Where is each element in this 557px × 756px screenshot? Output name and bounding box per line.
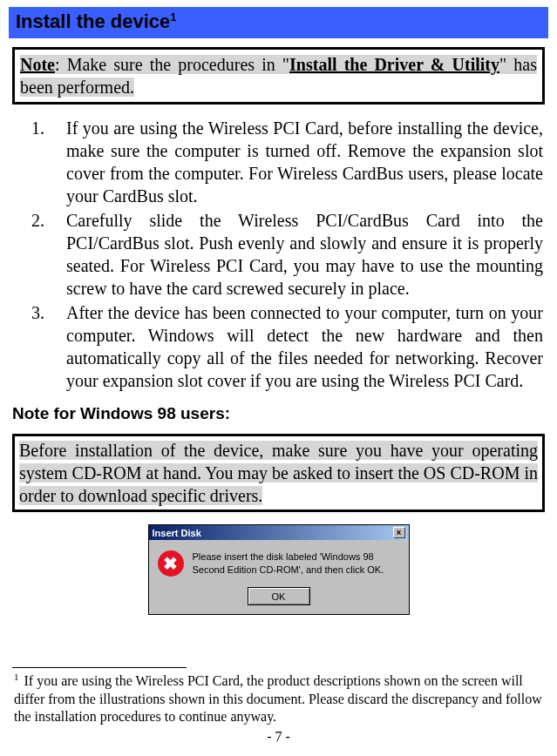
step-text: Carefully slide the Wireless PCI/CardBus…	[66, 209, 543, 300]
section-header: Install the device1	[9, 7, 548, 38]
footnote: 1If you are using the Wireless PCI Card,…	[14, 672, 543, 725]
step-text: If you are using the Wireless PCI Card, …	[66, 117, 543, 207]
note-link: Install the Driver & Utility	[289, 55, 499, 74]
footnote-ref: 1	[170, 10, 176, 24]
footnote-number: 1	[14, 672, 19, 682]
insert-disk-dialog: Insert Disk × ✖ Please insert the disk l…	[148, 524, 410, 615]
note-box-win98: Before installation of the device, make …	[12, 434, 545, 512]
step-number: 2.	[14, 209, 66, 300]
subheading-win98: Note for Windows 98 users:	[12, 404, 545, 423]
dialog-title: Insert Disk	[153, 528, 201, 538]
step-number: 1.	[14, 117, 66, 207]
note-box-driver: Note: Make sure the procedures in "Insta…	[12, 47, 545, 105]
dialog-titlebar: Insert Disk ×	[149, 525, 409, 540]
note-text-1: : Make sure the procedures in "	[55, 55, 289, 74]
error-icon: ✖	[158, 550, 184, 577]
note-prefix: Note	[20, 55, 55, 74]
step-item: 2. Carefully slide the Wireless PCI/Card…	[14, 209, 543, 300]
dialog-body: ✖ Please insert the disk labeled 'Window…	[149, 540, 409, 584]
dialog-message: Please insert the disk labeled 'Windows …	[193, 550, 400, 576]
section-title: Install the device	[16, 10, 170, 32]
ok-button[interactable]: OK	[248, 587, 310, 605]
close-icon[interactable]: ×	[393, 527, 405, 538]
dialog-screenshot: Insert Disk × ✖ Please insert the disk l…	[9, 524, 548, 615]
step-item: 3. After the device has been connected t…	[14, 301, 543, 392]
footnote-text: If you are using the Wireless PCI Card, …	[14, 674, 542, 724]
step-item: 1. If you are using the Wireless PCI Car…	[14, 117, 543, 207]
note2-text: Before installation of the device, make …	[19, 441, 538, 505]
footnote-separator	[12, 667, 187, 668]
page-number: - 7 -	[9, 729, 548, 745]
step-number: 3.	[14, 301, 66, 392]
step-text: After the device has been connected to y…	[66, 301, 543, 392]
dialog-button-row: OK	[149, 584, 409, 614]
install-steps-list: 1. If you are using the Wireless PCI Car…	[14, 117, 543, 392]
